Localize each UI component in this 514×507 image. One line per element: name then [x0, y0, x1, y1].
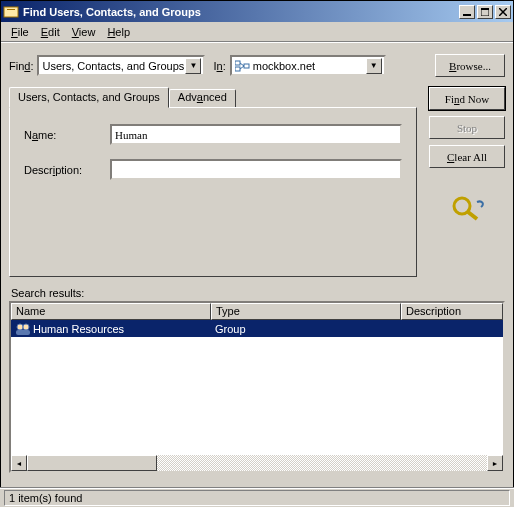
in-label: In: [213, 60, 225, 72]
name-input[interactable] [110, 124, 402, 145]
description-label: Description: [24, 164, 110, 176]
chevron-down-icon: ▼ [366, 58, 382, 74]
svg-rect-8 [235, 67, 240, 71]
find-label: Find: [9, 60, 33, 72]
browse-button[interactable]: Browse... [435, 54, 505, 77]
find-select[interactable]: Users, Contacts, and Groups ▼ [37, 55, 205, 76]
cell-type: Group [211, 323, 401, 335]
results-header-row: Name Type Description [11, 303, 503, 320]
tabstrip: Users, Contacts, and Groups Advanced [9, 87, 417, 107]
search-results-label: Search results: [11, 287, 505, 299]
status-text: 1 item(s) found [4, 490, 510, 506]
tab-advanced[interactable]: Advanced [169, 89, 236, 107]
results-listview[interactable]: Name Type Description Human Resources Gr… [9, 301, 505, 473]
svg-rect-0 [4, 7, 18, 17]
horizontal-scrollbar[interactable]: ◄ ► [11, 455, 503, 471]
svg-rect-7 [235, 61, 240, 65]
minimize-button[interactable] [459, 5, 475, 19]
stop-button: Stop [429, 116, 505, 139]
titlebar: Find Users, Contacts, and Groups [1, 1, 513, 22]
table-row[interactable]: Human Resources Group [11, 320, 503, 337]
description-input[interactable] [110, 159, 402, 180]
window-title: Find Users, Contacts, and Groups [23, 6, 457, 18]
svg-line-11 [240, 66, 244, 69]
menu-help[interactable]: Help [101, 24, 136, 40]
svg-rect-2 [463, 14, 471, 16]
svg-rect-16 [16, 330, 30, 335]
name-label: Name: [24, 129, 110, 141]
svg-rect-4 [481, 8, 489, 10]
column-type[interactable]: Type [211, 303, 401, 320]
clear-all-button[interactable]: Clear All [429, 145, 505, 168]
svg-line-13 [468, 212, 477, 219]
find-now-button[interactable]: Find Now [429, 87, 505, 110]
scroll-thumb[interactable] [27, 455, 157, 471]
svg-rect-1 [7, 9, 15, 10]
scroll-track[interactable] [27, 455, 487, 471]
app-icon [3, 4, 19, 20]
column-name[interactable]: Name [11, 303, 211, 320]
scroll-left-button[interactable]: ◄ [11, 455, 27, 471]
find-row: Find: Users, Contacts, and Groups ▼ In: … [9, 54, 505, 77]
domain-icon [235, 60, 251, 72]
tab-panel: Users, Contacts, and Groups Advanced Nam… [9, 87, 417, 277]
side-buttons: Find Now Stop Clear All [429, 87, 505, 277]
in-select[interactable]: mockbox.net ▼ [230, 55, 386, 76]
group-icon [15, 322, 31, 336]
close-button[interactable] [495, 5, 511, 19]
svg-point-15 [23, 324, 29, 330]
chevron-down-icon: ▼ [185, 58, 201, 74]
menu-edit[interactable]: Edit [35, 24, 66, 40]
tab-users-contacts-groups[interactable]: Users, Contacts, and Groups [9, 87, 169, 108]
search-icon [447, 194, 487, 222]
scroll-right-button[interactable]: ► [487, 455, 503, 471]
tab-content: Name: Description: [9, 107, 417, 277]
menubar: File Edit View Help [1, 22, 513, 42]
svg-point-12 [454, 198, 470, 214]
menu-view[interactable]: View [66, 24, 102, 40]
column-description[interactable]: Description [401, 303, 503, 320]
maximize-button[interactable] [477, 5, 493, 19]
svg-rect-9 [244, 64, 249, 68]
cell-name: Human Resources [11, 322, 211, 336]
statusbar: 1 item(s) found [0, 487, 514, 507]
menu-file[interactable]: File [5, 24, 35, 40]
svg-point-14 [17, 324, 23, 330]
svg-line-10 [240, 63, 244, 66]
